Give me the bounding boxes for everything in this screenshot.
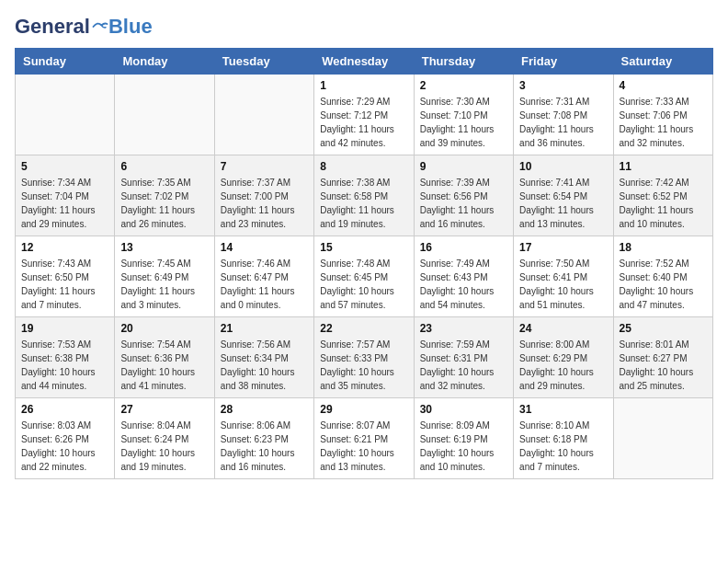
day-number: 15 (320, 241, 407, 254)
day-cell-13: 13Sunrise: 7:45 AM Sunset: 6:49 PM Dayli… (115, 236, 214, 317)
day-number: 28 (221, 403, 308, 416)
day-detail: Sunrise: 8:01 AM Sunset: 6:27 PM Dayligh… (620, 338, 707, 393)
weekday-header-thursday: Thursday (414, 49, 513, 75)
weekday-header-sunday: Sunday (16, 49, 115, 75)
day-detail: Sunrise: 7:42 AM Sunset: 6:52 PM Dayligh… (620, 176, 707, 231)
day-number: 14 (221, 241, 308, 254)
day-cell-4: 4Sunrise: 7:33 AM Sunset: 7:06 PM Daylig… (613, 75, 712, 155)
calendar-container: General Blue SundayMondayTuesdayWednesda… (0, 0, 728, 487)
day-detail: Sunrise: 7:38 AM Sunset: 6:58 PM Dayligh… (320, 176, 407, 231)
logo-icon (92, 18, 108, 35)
day-detail: Sunrise: 7:31 AM Sunset: 7:08 PM Dayligh… (519, 95, 607, 150)
day-number: 21 (221, 322, 308, 335)
day-detail: Sunrise: 7:43 AM Sunset: 6:50 PM Dayligh… (21, 257, 108, 312)
day-number: 7 (221, 160, 308, 173)
weekday-header-tuesday: Tuesday (214, 49, 313, 75)
day-number: 19 (21, 322, 108, 335)
day-number: 29 (320, 403, 407, 416)
day-number: 3 (519, 79, 607, 92)
day-detail: Sunrise: 8:10 AM Sunset: 6:18 PM Dayligh… (519, 419, 607, 474)
day-cell-28: 28Sunrise: 8:06 AM Sunset: 6:23 PM Dayli… (214, 398, 313, 479)
weekday-header-saturday: Saturday (613, 49, 712, 75)
day-detail: Sunrise: 7:39 AM Sunset: 6:56 PM Dayligh… (420, 176, 507, 231)
day-cell-11: 11Sunrise: 7:42 AM Sunset: 6:52 PM Dayli… (613, 155, 712, 236)
day-detail: Sunrise: 7:57 AM Sunset: 6:33 PM Dayligh… (320, 338, 407, 393)
day-detail: Sunrise: 7:34 AM Sunset: 7:04 PM Dayligh… (21, 176, 108, 231)
day-detail: Sunrise: 7:46 AM Sunset: 6:47 PM Dayligh… (221, 257, 308, 312)
day-number: 17 (519, 241, 607, 254)
day-number: 5 (21, 160, 108, 173)
day-cell-29: 29Sunrise: 8:07 AM Sunset: 6:21 PM Dayli… (314, 398, 414, 479)
empty-cell (613, 398, 712, 479)
day-detail: Sunrise: 8:03 AM Sunset: 6:26 PM Dayligh… (21, 419, 108, 474)
day-detail: Sunrise: 8:06 AM Sunset: 6:23 PM Dayligh… (221, 419, 308, 474)
day-cell-26: 26Sunrise: 8:03 AM Sunset: 6:26 PM Dayli… (16, 398, 115, 479)
day-detail: Sunrise: 8:00 AM Sunset: 6:29 PM Dayligh… (519, 338, 607, 393)
day-detail: Sunrise: 8:04 AM Sunset: 6:24 PM Dayligh… (120, 419, 208, 474)
day-cell-5: 5Sunrise: 7:34 AM Sunset: 7:04 PM Daylig… (16, 155, 115, 236)
day-cell-7: 7Sunrise: 7:37 AM Sunset: 7:00 PM Daylig… (214, 155, 313, 236)
day-cell-6: 6Sunrise: 7:35 AM Sunset: 7:02 PM Daylig… (115, 155, 214, 236)
week-row-3: 12Sunrise: 7:43 AM Sunset: 6:50 PM Dayli… (16, 236, 713, 317)
day-detail: Sunrise: 7:56 AM Sunset: 6:34 PM Dayligh… (221, 338, 308, 393)
day-cell-15: 15Sunrise: 7:48 AM Sunset: 6:45 PM Dayli… (314, 236, 414, 317)
day-number: 6 (120, 160, 208, 173)
day-detail: Sunrise: 7:49 AM Sunset: 6:43 PM Dayligh… (420, 257, 507, 312)
day-cell-12: 12Sunrise: 7:43 AM Sunset: 6:50 PM Dayli… (16, 236, 115, 317)
day-detail: Sunrise: 8:09 AM Sunset: 6:19 PM Dayligh… (420, 419, 507, 474)
logo-general: General (15, 15, 90, 39)
day-detail: Sunrise: 7:37 AM Sunset: 7:00 PM Dayligh… (221, 176, 308, 231)
day-number: 4 (620, 79, 707, 92)
day-cell-3: 3Sunrise: 7:31 AM Sunset: 7:08 PM Daylig… (514, 75, 613, 155)
day-number: 30 (420, 403, 507, 416)
day-cell-17: 17Sunrise: 7:50 AM Sunset: 6:41 PM Dayli… (514, 236, 613, 317)
day-cell-14: 14Sunrise: 7:46 AM Sunset: 6:47 PM Dayli… (214, 236, 313, 317)
day-number: 23 (420, 322, 507, 335)
day-number: 2 (420, 79, 507, 92)
day-cell-18: 18Sunrise: 7:52 AM Sunset: 6:40 PM Dayli… (613, 236, 712, 317)
calendar-table: SundayMondayTuesdayWednesdayThursdayFrid… (15, 48, 713, 479)
day-number: 9 (420, 160, 507, 173)
day-detail: Sunrise: 7:52 AM Sunset: 6:40 PM Dayligh… (620, 257, 707, 312)
day-cell-23: 23Sunrise: 7:59 AM Sunset: 6:31 PM Dayli… (414, 317, 513, 398)
day-cell-10: 10Sunrise: 7:41 AM Sunset: 6:54 PM Dayli… (514, 155, 613, 236)
day-cell-16: 16Sunrise: 7:49 AM Sunset: 6:43 PM Dayli… (414, 236, 513, 317)
week-row-5: 26Sunrise: 8:03 AM Sunset: 6:26 PM Dayli… (16, 398, 713, 479)
day-cell-9: 9Sunrise: 7:39 AM Sunset: 6:56 PM Daylig… (414, 155, 513, 236)
day-number: 25 (620, 322, 707, 335)
day-number: 22 (320, 322, 407, 335)
day-cell-24: 24Sunrise: 8:00 AM Sunset: 6:29 PM Dayli… (514, 317, 613, 398)
week-row-1: 1Sunrise: 7:29 AM Sunset: 7:12 PM Daylig… (16, 75, 713, 155)
day-detail: Sunrise: 7:45 AM Sunset: 6:49 PM Dayligh… (120, 257, 208, 312)
day-detail: Sunrise: 7:30 AM Sunset: 7:10 PM Dayligh… (420, 95, 507, 150)
day-cell-31: 31Sunrise: 8:10 AM Sunset: 6:18 PM Dayli… (514, 398, 613, 479)
header: General Blue (15, 15, 713, 39)
weekday-header-row: SundayMondayTuesdayWednesdayThursdayFrid… (16, 49, 713, 75)
week-row-2: 5Sunrise: 7:34 AM Sunset: 7:04 PM Daylig… (16, 155, 713, 236)
day-detail: Sunrise: 7:41 AM Sunset: 6:54 PM Dayligh… (519, 176, 607, 231)
day-number: 8 (320, 160, 407, 173)
weekday-header-friday: Friday (514, 49, 613, 75)
day-cell-21: 21Sunrise: 7:56 AM Sunset: 6:34 PM Dayli… (214, 317, 313, 398)
empty-cell (115, 75, 214, 155)
day-number: 11 (620, 160, 707, 173)
day-detail: Sunrise: 7:33 AM Sunset: 7:06 PM Dayligh… (620, 95, 707, 150)
day-number: 18 (620, 241, 707, 254)
weekday-header-monday: Monday (115, 49, 214, 75)
day-number: 16 (420, 241, 507, 254)
day-number: 31 (519, 403, 607, 416)
day-number: 1 (320, 79, 407, 92)
logo: General Blue (15, 15, 153, 39)
empty-cell (16, 75, 115, 155)
day-number: 26 (21, 403, 108, 416)
day-number: 12 (21, 241, 108, 254)
day-detail: Sunrise: 7:53 AM Sunset: 6:38 PM Dayligh… (21, 338, 108, 393)
day-cell-27: 27Sunrise: 8:04 AM Sunset: 6:24 PM Dayli… (115, 398, 214, 479)
day-detail: Sunrise: 7:59 AM Sunset: 6:31 PM Dayligh… (420, 338, 507, 393)
day-detail: Sunrise: 7:54 AM Sunset: 6:36 PM Dayligh… (120, 338, 208, 393)
day-detail: Sunrise: 7:50 AM Sunset: 6:41 PM Dayligh… (519, 257, 607, 312)
logo-blue: Blue (108, 15, 153, 39)
day-cell-20: 20Sunrise: 7:54 AM Sunset: 6:36 PM Dayli… (115, 317, 214, 398)
day-cell-19: 19Sunrise: 7:53 AM Sunset: 6:38 PM Dayli… (16, 317, 115, 398)
day-cell-22: 22Sunrise: 7:57 AM Sunset: 6:33 PM Dayli… (314, 317, 414, 398)
